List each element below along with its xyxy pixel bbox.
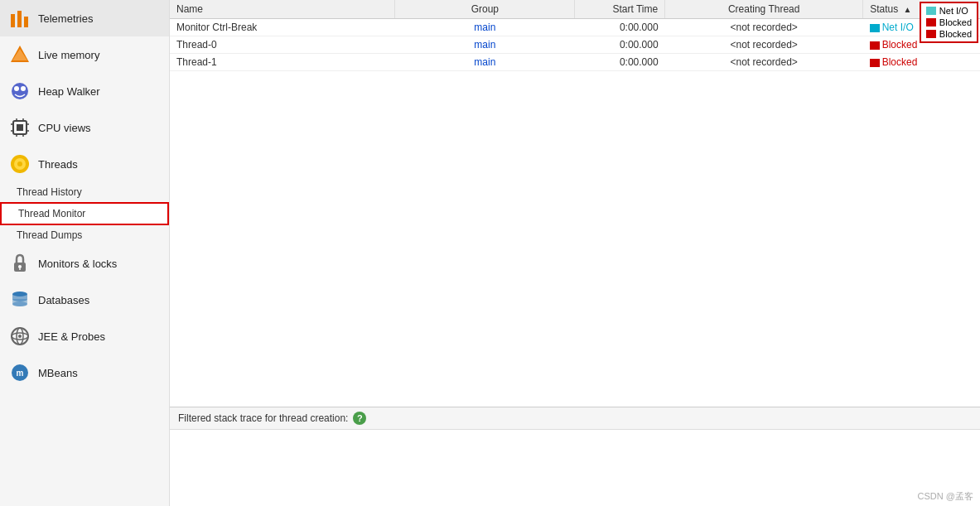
col-status-label: Status <box>870 3 898 15</box>
col-creating-label: Creating Thread <box>728 3 800 15</box>
cell-start-time: 0:00.000 <box>575 19 665 36</box>
table-body: Monitor Ctrl-Breakmain0:00.000<not recor… <box>170 19 980 71</box>
table-area[interactable]: Net I/O Blocked Blocked Name Group <box>170 0 980 407</box>
cell-group: main <box>395 36 575 54</box>
bottom-panel-header: Filtered stack trace for thread creation… <box>170 407 980 430</box>
cell-name: Thread-0 <box>170 36 395 54</box>
table-row[interactable]: Thread-1main0:00.000<not recorded>Blocke… <box>170 54 980 71</box>
sidebar-item-databases-label: Databases <box>38 294 89 306</box>
sidebar-item-threads[interactable]: Threads <box>0 146 169 182</box>
col-header-start-time[interactable]: Start Time <box>575 0 665 19</box>
status-text: Blocked <box>882 39 918 51</box>
help-icon[interactable]: ? <box>353 412 366 425</box>
sidebar: Telemetries Live memory Heap Walker <box>0 0 170 506</box>
cell-status: Blocked <box>863 54 980 71</box>
cell-start-time: 0:00.000 <box>575 54 665 71</box>
main-content: Net I/O Blocked Blocked Name Group <box>170 0 980 506</box>
cell-start-time: 0:00.000 <box>575 36 665 54</box>
svg-rect-2 <box>24 17 28 27</box>
svg-point-29 <box>12 301 27 306</box>
legend-item-blocked-1: Blocked <box>926 17 972 28</box>
cell-name: Thread-1 <box>170 54 395 71</box>
svg-point-7 <box>21 86 26 91</box>
col-header-creating-thread[interactable]: Creating Thread <box>665 0 863 19</box>
cell-group: main <box>395 54 575 71</box>
sidebar-item-cpu-views[interactable]: CPU views <box>0 109 169 146</box>
sidebar-subitem-thread-dumps[interactable]: Thread Dumps <box>0 225 169 245</box>
sidebar-item-live-memory-label: Live memory <box>38 49 99 61</box>
table-row[interactable]: Monitor Ctrl-Breakmain0:00.000<not recor… <box>170 19 980 36</box>
svg-marker-4 <box>12 49 27 60</box>
stack-trace-label: Filtered stack trace for thread creation… <box>178 412 348 424</box>
col-starttime-label: Start Time <box>612 3 658 15</box>
sidebar-item-monitors-locks[interactable]: Monitors & locks <box>0 245 169 282</box>
legend-color-blocked-1 <box>926 18 936 27</box>
sidebar-item-telemetries[interactable]: Telemetries <box>0 0 169 36</box>
table-header-row: Name Group Start Time Creating Thread St… <box>170 0 980 19</box>
cell-group: main <box>395 19 575 36</box>
group-link[interactable]: main <box>474 56 495 68</box>
thread-dumps-label: Thread Dumps <box>17 229 82 241</box>
sidebar-item-threads-label: Threads <box>38 158 78 171</box>
sidebar-subitem-thread-monitor[interactable]: Thread Monitor <box>0 202 169 225</box>
sidebar-item-monitors-locks-label: Monitors & locks <box>38 258 117 270</box>
svg-point-33 <box>18 335 22 338</box>
sidebar-item-heap-walker[interactable]: Heap Walker <box>0 73 169 109</box>
table-row[interactable]: Thread-0main0:00.000<not recorded>Blocke… <box>170 36 980 54</box>
sidebar-subitem-thread-history[interactable]: Thread History <box>0 182 169 202</box>
heap-walker-icon <box>8 80 31 103</box>
jee-icon <box>8 325 31 348</box>
col-name-label: Name <box>176 3 203 15</box>
col-header-name[interactable]: Name <box>170 0 395 19</box>
sidebar-item-jee-probes-label: JEE & Probes <box>38 330 105 343</box>
col-header-group[interactable]: Group <box>395 0 575 19</box>
svg-point-26 <box>18 265 22 268</box>
status-text: Net I/O <box>882 22 914 33</box>
col-group-label: Group <box>471 3 499 15</box>
live-memory-icon <box>8 43 31 66</box>
databases-icon <box>8 288 31 311</box>
thread-monitor-label: Thread Monitor <box>18 208 85 219</box>
legend-label-blocked-2: Blocked <box>939 29 972 39</box>
status-color-box <box>870 41 880 50</box>
status-color-box <box>870 59 880 67</box>
svg-point-20 <box>17 161 22 166</box>
stack-trace-content <box>170 430 980 504</box>
mbeans-icon: m <box>8 361 31 384</box>
legend-item-netio: Net I/O <box>926 5 972 17</box>
sidebar-item-live-memory[interactable]: Live memory <box>0 36 169 73</box>
monitors-icon <box>8 252 31 275</box>
status-text: Blocked <box>882 56 918 68</box>
group-link[interactable]: main <box>474 39 495 51</box>
thread-table: Name Group Start Time Creating Thread St… <box>170 0 980 71</box>
sidebar-item-jee-probes[interactable]: JEE & Probes <box>0 318 169 354</box>
sidebar-item-databases[interactable]: Databases <box>0 282 169 318</box>
sidebar-item-mbeans[interactable]: m MBeans <box>0 354 169 391</box>
svg-rect-9 <box>17 124 23 131</box>
sidebar-item-telemetries-label: Telemetries <box>38 12 93 25</box>
legend-color-blocked-2 <box>926 30 936 38</box>
svg-rect-1 <box>17 11 22 27</box>
group-link[interactable]: main <box>474 22 495 33</box>
threads-icon <box>8 152 31 176</box>
legend-label-netio: Net I/O <box>939 6 968 16</box>
sidebar-item-mbeans-label: MBeans <box>38 367 78 379</box>
svg-text:m: m <box>17 369 24 378</box>
cell-creating-thread: <not recorded> <box>665 54 863 71</box>
cell-name: Monitor Ctrl-Break <box>170 19 395 36</box>
cell-creating-thread: <not recorded> <box>665 36 863 54</box>
legend-item-blocked-2: Blocked <box>926 28 972 40</box>
cpu-views-icon <box>8 116 31 139</box>
cell-creating-thread: <not recorded> <box>665 19 863 36</box>
sort-arrow-icon: ▲ <box>904 5 912 14</box>
telemetries-icon <box>8 7 31 30</box>
status-legend: Net I/O Blocked Blocked <box>920 2 978 43</box>
legend-color-netio <box>926 7 936 15</box>
sidebar-item-heap-walker-label: Heap Walker <box>38 85 100 98</box>
status-color-box <box>870 24 880 32</box>
thread-history-label: Thread History <box>17 186 82 198</box>
bottom-panel: Filtered stack trace for thread creation… <box>170 407 980 506</box>
sidebar-item-cpu-views-label: CPU views <box>38 122 91 134</box>
watermark: CSDN @孟客 <box>918 490 973 503</box>
svg-rect-0 <box>11 14 15 27</box>
